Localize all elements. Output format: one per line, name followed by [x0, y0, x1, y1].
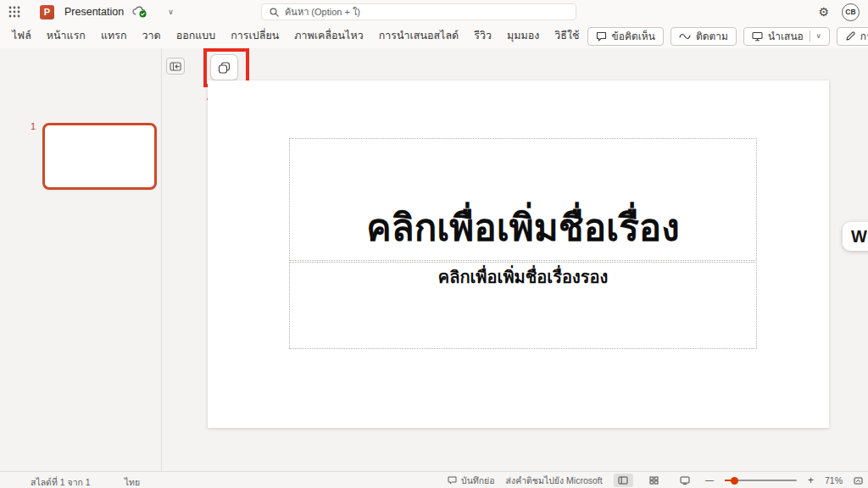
- ribbon-actions: ข้อคิดเห็น ติดตาม นำเสนอ ∨: [587, 27, 868, 46]
- tab-slideshow[interactable]: การนำเสนอสไลด์: [371, 24, 467, 48]
- autosave-cloud-icon: [132, 6, 147, 18]
- catch-up-button[interactable]: ติดตาม: [670, 27, 737, 46]
- document-title[interactable]: Presentation: [64, 6, 124, 18]
- status-bar: สไลด์ที่ 1 จาก 1 ไทย บันทึกย่อ ส่งคำติชม…: [0, 471, 868, 488]
- tab-review[interactable]: รีวิว: [466, 24, 499, 48]
- tab-insert[interactable]: แทรก: [93, 24, 135, 48]
- top-bar: P Presentation ∨ ค้นหา (Option + ใ) ⚙ CB: [0, 0, 868, 24]
- slide-thumbnail-panel: 1: [0, 48, 162, 471]
- slideshow-icon: [680, 476, 690, 485]
- fit-to-window-button[interactable]: [854, 476, 863, 485]
- title-placeholder[interactable]: คลิกเพื่อเพิ่มชื่อเรื่อง: [289, 138, 757, 261]
- editing-mode-button[interactable]: การแก้ไข ∨: [837, 27, 868, 46]
- feedback-link[interactable]: ส่งคำติชมไปยัง Microsoft: [506, 474, 603, 488]
- zoom-out-button[interactable]: —: [705, 476, 714, 485]
- account-avatar[interactable]: CB: [842, 3, 860, 21]
- present-screen-icon: [752, 31, 763, 42]
- slide-canvas[interactable]: คลิกเพื่อเพิ่มชื่อเรื่อง คลิกเพื่อเพิ่มช…: [208, 80, 829, 428]
- normal-view-button[interactable]: [614, 474, 633, 487]
- slideshow-view-button[interactable]: [675, 474, 694, 487]
- zoom-slider[interactable]: [725, 480, 797, 481]
- subtitle-placeholder[interactable]: คลิกเพื่อเพิ่มชื่อเรื่องรอง: [289, 262, 757, 349]
- search-placeholder: ค้นหา (Option + ใ): [285, 4, 360, 19]
- language-label[interactable]: ไทย: [125, 475, 140, 488]
- top-bar-left: P Presentation ∨: [0, 5, 174, 19]
- slide-1-thumbnail[interactable]: [42, 123, 157, 190]
- present-split-divider: [810, 30, 810, 42]
- tab-home[interactable]: หน้าแรก: [39, 24, 93, 48]
- present-button[interactable]: นำเสนอ ∨: [743, 27, 830, 46]
- collapse-panel-icon: [170, 62, 181, 71]
- powerpoint-logo-icon[interactable]: P: [40, 5, 54, 19]
- notes-toggle[interactable]: บันทึกย่อ: [448, 474, 495, 488]
- notes-icon: [448, 476, 457, 485]
- status-bar-right: บันทึกย่อ ส่งคำติชมไปยัง Microsoft: [448, 472, 863, 488]
- ribbon-tabs: ไฟล์ หน้าแรก แทรก วาด ออกแบบ การเปลี่ยน …: [0, 24, 587, 48]
- slide-sorter-view-button[interactable]: [644, 474, 664, 487]
- watermark-badge: W: [843, 222, 868, 251]
- tab-draw[interactable]: วาด: [135, 24, 169, 48]
- status-bar-left: สไลด์ที่ 1 จาก 1 ไทย: [31, 475, 140, 488]
- tab-transitions[interactable]: การเปลี่ยน: [223, 24, 287, 48]
- zoom-in-button[interactable]: +: [808, 475, 814, 485]
- grid-view-icon: [649, 476, 659, 485]
- zoom-slider-thumb[interactable]: [731, 477, 738, 485]
- collapse-panel-button[interactable]: [166, 58, 185, 75]
- present-chevron-down-icon[interactable]: ∨: [816, 33, 821, 40]
- slide-number-label: 1: [31, 121, 36, 131]
- search-icon: [270, 8, 279, 17]
- tab-help[interactable]: วิธีใช้: [547, 24, 587, 48]
- tab-view[interactable]: มุมมอง: [499, 24, 547, 48]
- pencil-icon: [845, 31, 855, 42]
- comments-button[interactable]: ข้อคิดเห็น: [587, 27, 664, 46]
- search-input[interactable]: ค้นหา (Option + ใ): [261, 3, 576, 20]
- top-bar-right: ⚙ CB: [818, 0, 860, 24]
- zoom-level-label[interactable]: 71%: [825, 475, 843, 485]
- catch-up-pulse-icon: [679, 32, 691, 41]
- settings-gear-icon[interactable]: ⚙: [818, 6, 829, 18]
- ribbon-tab-row: ไฟล์ หน้าแรก แทรก วาด ออกแบบ การเปลี่ยน …: [0, 24, 868, 48]
- tab-animations[interactable]: ภาพเคลื่อนไหว: [287, 24, 370, 48]
- powerpoint-web-app: P Presentation ∨ ค้นหา (Option + ใ) ⚙ CB: [0, 0, 868, 488]
- tab-file[interactable]: ไฟล์: [4, 24, 39, 48]
- comment-icon: [596, 31, 607, 42]
- slide-count-label: สไลด์ที่ 1 จาก 1: [31, 475, 91, 488]
- fit-to-window-icon: [854, 476, 863, 485]
- title-chevron-down-icon[interactable]: ∨: [168, 8, 174, 16]
- app-launcher-icon[interactable]: [8, 5, 21, 19]
- tab-design[interactable]: ออกแบบ: [169, 24, 224, 48]
- normal-view-icon: [618, 476, 628, 485]
